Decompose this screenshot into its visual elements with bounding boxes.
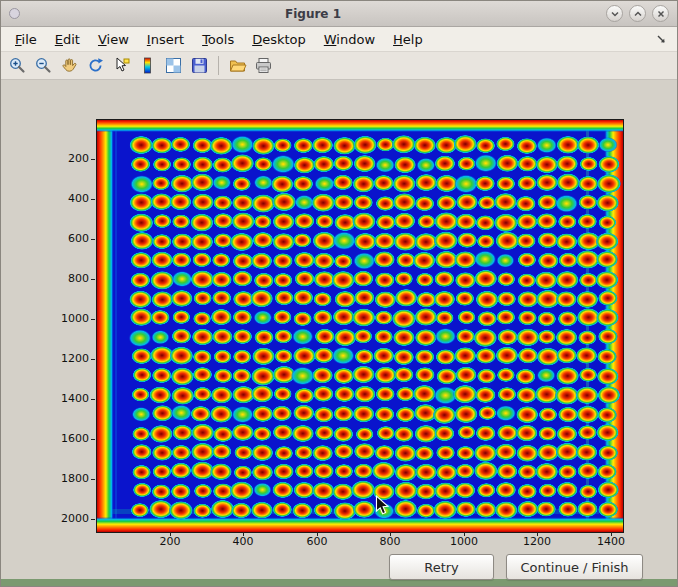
open-folder-icon xyxy=(228,56,247,75)
y-tick-mark xyxy=(91,239,95,240)
zoom-out-button[interactable] xyxy=(32,54,55,77)
figure-toolbar xyxy=(1,52,677,80)
insert-legend-button[interactable] xyxy=(162,54,185,77)
menu-window[interactable]: Window xyxy=(316,29,383,50)
mouse-cursor-icon xyxy=(375,495,389,520)
y-tick-mark xyxy=(91,519,95,520)
data-cursor-icon xyxy=(112,56,131,75)
rotate-3d-icon xyxy=(86,56,105,75)
y-tick-mark xyxy=(91,319,95,320)
x-tick-label: 400 xyxy=(233,535,254,549)
menu-insert[interactable]: Insert xyxy=(139,29,192,50)
y-tick-mark xyxy=(91,439,95,440)
print-icon xyxy=(254,56,273,75)
x-tick-mark xyxy=(390,532,391,536)
window-menu-icon[interactable] xyxy=(9,8,20,19)
toolbar-separator xyxy=(218,56,219,75)
menu-help[interactable]: Help xyxy=(385,29,431,50)
x-tick-label: 600 xyxy=(307,535,328,549)
y-tick-label: 600 xyxy=(43,232,89,246)
menu-view[interactable]: View xyxy=(90,29,137,50)
window-title: Figure 1 xyxy=(20,7,606,21)
minimize-button[interactable] xyxy=(606,5,623,22)
dock-arrow-icon[interactable] xyxy=(655,30,671,49)
save-figure-button[interactable] xyxy=(188,54,211,77)
maximize-button[interactable] xyxy=(629,5,646,22)
close-icon xyxy=(656,9,666,19)
data-cursor-button[interactable] xyxy=(110,54,133,77)
x-tick-mark xyxy=(611,532,612,536)
retry-button[interactable]: Retry xyxy=(389,554,494,580)
close-button[interactable] xyxy=(652,5,669,22)
pan-button[interactable] xyxy=(58,54,81,77)
bottom-strip xyxy=(1,579,677,586)
y-tick-label: 1200 xyxy=(43,352,89,366)
window-controls xyxy=(606,5,669,22)
pan-hand-icon xyxy=(60,56,79,75)
chevron-up-icon xyxy=(633,9,643,19)
x-tick-label: 800 xyxy=(380,535,401,549)
x-tick-mark xyxy=(317,532,318,536)
menubar: File Edit View Insert Tools Desktop Wind… xyxy=(1,27,677,52)
menu-edit[interactable]: Edit xyxy=(47,29,88,50)
zoom-out-icon xyxy=(34,56,53,75)
y-tick-mark xyxy=(91,479,95,480)
x-tick-label: 200 xyxy=(160,535,181,549)
y-tick-label: 1000 xyxy=(43,312,89,326)
colorbar-icon xyxy=(138,56,157,75)
y-tick-label: 1400 xyxy=(43,392,89,406)
legend-icon xyxy=(164,56,183,75)
titlebar: Figure 1 xyxy=(1,1,677,27)
chevron-down-icon xyxy=(610,9,620,19)
plate-heatmap-image[interactable] xyxy=(96,119,624,533)
colorbar-button[interactable] xyxy=(136,54,159,77)
rotate-3d-button[interactable] xyxy=(84,54,107,77)
x-tick-mark xyxy=(170,532,171,536)
menu-desktop[interactable]: Desktop xyxy=(244,29,314,50)
y-tick-mark xyxy=(91,199,95,200)
y-tick-mark xyxy=(91,279,95,280)
x-tick-label: 1400 xyxy=(597,535,625,549)
x-tick-label: 1000 xyxy=(450,535,478,549)
y-tick-mark xyxy=(91,399,95,400)
menu-file[interactable]: File xyxy=(7,29,45,50)
y-tick-label: 800 xyxy=(43,272,89,286)
y-tick-label: 1800 xyxy=(43,472,89,486)
y-tick-mark xyxy=(91,159,95,160)
save-icon xyxy=(190,56,209,75)
y-tick-label: 400 xyxy=(43,192,89,206)
zoom-in-icon xyxy=(8,56,27,75)
x-tick-label: 1200 xyxy=(523,535,551,549)
open-file-button[interactable] xyxy=(226,54,249,77)
x-tick-mark xyxy=(464,532,465,536)
y-tick-label: 1600 xyxy=(43,432,89,446)
continue-finish-button[interactable]: Continue / Finish xyxy=(506,554,643,580)
menu-tools[interactable]: Tools xyxy=(194,29,242,50)
print-figure-button[interactable] xyxy=(252,54,275,77)
x-tick-mark xyxy=(537,532,538,536)
zoom-in-button[interactable] xyxy=(6,54,29,77)
y-tick-mark xyxy=(91,359,95,360)
y-tick-label: 2000 xyxy=(43,512,89,526)
x-tick-mark xyxy=(243,532,244,536)
figure-window: Figure 1 File Edit View Insert Tools Des… xyxy=(0,0,678,587)
y-tick-label: 200 xyxy=(43,152,89,166)
